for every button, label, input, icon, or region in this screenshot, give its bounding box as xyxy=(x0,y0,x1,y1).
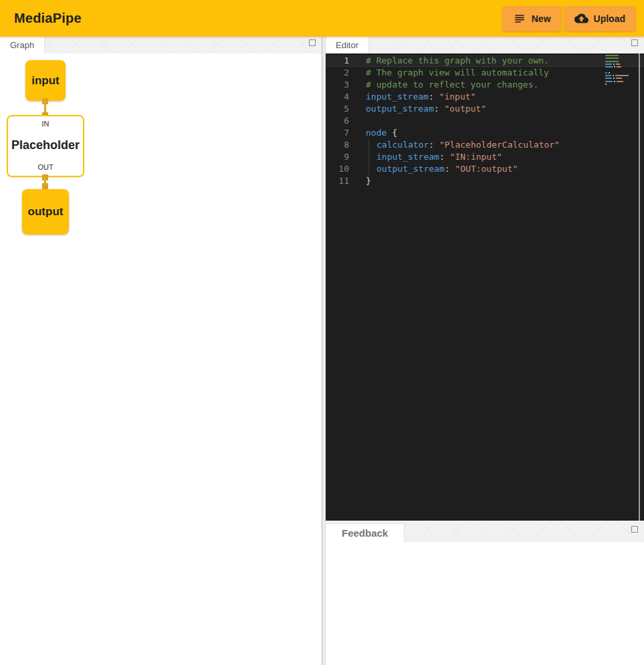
graph-node-placeholder[interactable]: IN Placeholder OUT xyxy=(7,115,84,177)
editor-scrollbar[interactable] xyxy=(639,53,640,521)
placeholder-in-label: IN xyxy=(42,120,49,128)
placeholder-out-label: OUT xyxy=(37,163,53,171)
editor-tabbar: Editor xyxy=(326,37,644,53)
line-number: 6 xyxy=(326,115,359,127)
feedback-panel: Feedback xyxy=(326,521,644,665)
upload-button[interactable]: Upload xyxy=(564,6,636,31)
line-number: 10 xyxy=(326,163,359,175)
tab-graph[interactable]: Graph xyxy=(0,37,45,53)
graph-node-input-label: input xyxy=(31,74,60,88)
code-lines: 1# Replace this graph with your own.2# T… xyxy=(326,55,644,187)
graph-node-output-label: output xyxy=(28,205,64,219)
code-line-2[interactable]: 2# The graph view will automatically xyxy=(326,67,644,79)
line-number: 4 xyxy=(326,91,359,103)
header-buttons: New Upload xyxy=(502,6,636,31)
new-button-label: New xyxy=(532,13,551,24)
editor-maximize-icon[interactable] xyxy=(631,39,638,46)
graph-node-placeholder-label: Placeholder xyxy=(11,138,80,152)
main-layout: Graph input IN Placeholder OUT output xyxy=(0,37,644,665)
line-number: 11 xyxy=(326,175,359,187)
right-column: Editor 1# Replace this graph with your o… xyxy=(326,37,644,665)
code-line-10[interactable]: 10output_stream: "OUT:output" xyxy=(326,163,644,175)
line-number: 2 xyxy=(326,67,359,79)
code-line-8[interactable]: 8calculator: "PlaceholderCalculator" xyxy=(326,139,644,151)
feedback-tabbar: Feedback xyxy=(326,521,644,542)
editor-panel: Editor 1# Replace this graph with your o… xyxy=(326,37,644,521)
feedback-maximize-icon[interactable] xyxy=(631,526,638,533)
tab-editor[interactable]: Editor xyxy=(326,37,369,53)
graph-canvas[interactable]: input IN Placeholder OUT output xyxy=(0,53,322,665)
upload-button-label: Upload xyxy=(594,13,625,24)
line-number: 1 xyxy=(326,55,359,67)
graph-node-output[interactable]: output xyxy=(22,189,69,235)
line-number: 8 xyxy=(326,139,359,151)
app-title: MediaPipe xyxy=(14,11,82,26)
tab-feedback[interactable]: Feedback xyxy=(326,523,405,542)
app-header: MediaPipe New Upload xyxy=(0,0,644,37)
code-line-7[interactable]: 7node { xyxy=(326,127,644,139)
new-button[interactable]: New xyxy=(502,6,562,31)
code-line-11[interactable]: 11} xyxy=(326,175,644,187)
port-output-in[interactable] xyxy=(42,183,48,189)
line-number: 5 xyxy=(326,103,359,115)
graph-maximize-icon[interactable] xyxy=(309,39,316,46)
list-icon xyxy=(513,12,526,25)
code-line-4[interactable]: 4input_stream: "input" xyxy=(326,91,644,103)
line-number: 7 xyxy=(326,127,359,139)
code-line-1[interactable]: 1# Replace this graph with your own. xyxy=(326,55,644,67)
code-line-5[interactable]: 5output_stream: "output" xyxy=(326,103,644,115)
feedback-content xyxy=(326,542,644,665)
line-number: 9 xyxy=(326,151,359,163)
editor-minimap[interactable] xyxy=(605,55,635,86)
code-line-9[interactable]: 9input_stream: "IN:input" xyxy=(326,151,644,163)
cloud-upload-icon xyxy=(574,11,588,25)
graph-tabbar: Graph xyxy=(0,37,322,53)
code-line-3[interactable]: 3# update to reflect your changes. xyxy=(326,79,644,91)
line-number: 3 xyxy=(326,79,359,91)
graph-node-input[interactable]: input xyxy=(25,60,66,101)
graph-panel: Graph input IN Placeholder OUT output xyxy=(0,37,322,665)
code-editor[interactable]: 1# Replace this graph with your own.2# T… xyxy=(326,53,644,521)
code-line-6[interactable]: 6 xyxy=(326,115,644,127)
